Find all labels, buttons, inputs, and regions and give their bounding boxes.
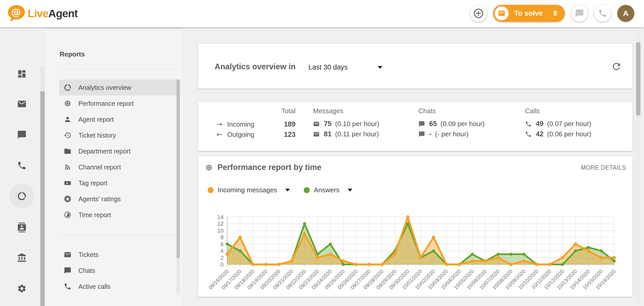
page-scrollbar-thumb[interactable] [636, 42, 640, 116]
mail-icon [64, 251, 71, 259]
page-scrollbar-track[interactable] [636, 30, 641, 305]
sidebar-item-label: Tag report [78, 179, 107, 187]
phone-icon [525, 131, 532, 138]
sidebar-item-agent-report[interactable]: Agent report [59, 111, 177, 127]
sidebar-item-label: Department report [78, 148, 131, 155]
sidebar-item-tag-report[interactable]: Tag report [59, 175, 177, 191]
to-solve-button[interactable]: To solve 8 [493, 5, 565, 22]
phone-icon [17, 161, 27, 170]
svg-text:2: 2 [220, 255, 224, 261]
chats-quick-button[interactable] [571, 5, 588, 22]
logo-wordmark: LiveAgent [28, 7, 78, 20]
date-range-value: Last 30 days [308, 63, 348, 71]
chat-icon [575, 9, 584, 18]
tag-plus-icon [64, 179, 71, 187]
sidebar-item-agents-ratings[interactable]: Agents' ratings [59, 191, 177, 207]
icon-rail [0, 27, 41, 306]
rail-item-calls[interactable] [17, 161, 27, 170]
person-icon [64, 116, 71, 123]
arrow-left-icon: ← [216, 130, 222, 139]
analytics-overview-card: Analytics overview in Last 30 days [198, 44, 633, 89]
stats-value: 81 [324, 130, 332, 138]
sidebar-item-time-report[interactable]: Time report [59, 207, 177, 223]
stats-value: 49 [536, 120, 544, 128]
sidebar-item-tickets[interactable]: Tickets [59, 247, 177, 263]
panel-title: Reports [60, 50, 85, 58]
performance-chart: 0246810121409/16/202009/17/202009/18/202… [198, 156, 633, 297]
gear-icon [17, 284, 27, 293]
rail-item-customers[interactable] [17, 223, 27, 232]
svg-text:6: 6 [220, 241, 224, 247]
arrow-right-icon: → [216, 120, 222, 128]
stats-value: 75 [324, 120, 332, 128]
sidebar-item-label: Tickets [78, 251, 98, 259]
mail-icon [313, 131, 320, 138]
stats-value: 42 [536, 130, 544, 138]
user-avatar[interactable]: A [617, 5, 634, 22]
chat-icon [418, 121, 425, 127]
rail-item-company[interactable] [17, 253, 27, 263]
stats-value: 65 [429, 120, 437, 128]
liveagent-bubble-icon: @ [7, 5, 25, 23]
phone-icon [525, 121, 532, 127]
sidebar-item-ticket-history[interactable]: Ticket history [59, 127, 177, 143]
to-solve-label: To solve [514, 9, 543, 17]
liveagent-logo[interactable]: @ LiveAgent [7, 5, 78, 23]
stats-direction-label: Incoming [227, 120, 254, 128]
date-range-select[interactable]: Last 30 days [308, 62, 383, 73]
rail-item-configuration[interactable] [17, 284, 27, 293]
sidebar-item-label: Performance report [78, 100, 134, 107]
stats-total-value: 123 [270, 131, 296, 139]
rail-item-tickets[interactable] [17, 99, 27, 109]
logo-live: Live [28, 7, 48, 20]
mail-icon [498, 9, 505, 17]
panel-scrollbar-thumb[interactable] [177, 80, 180, 258]
refresh-icon [611, 61, 622, 72]
stats-column-header-total: Total [270, 107, 296, 115]
phone-icon [64, 283, 71, 290]
phone-icon [598, 9, 607, 18]
refresh-icon [611, 61, 622, 72]
add-circle-icon [473, 8, 484, 19]
mail-icon [17, 99, 27, 109]
rail-scrollbar-thumb[interactable] [40, 91, 45, 306]
stats-cell-messages: 81(0.11 per hour) [313, 130, 379, 138]
rail-scrollbar-track[interactable] [40, 66, 45, 306]
sidebar-item-analytics-overview[interactable]: Analytics overview [59, 80, 177, 95]
stats-row-outgoing: ←Outgoing12381(0.11 per hour)-(- per hou… [198, 131, 633, 139]
calls-quick-button[interactable] [594, 5, 611, 22]
mail-icon [313, 121, 320, 127]
add-button[interactable] [470, 5, 487, 22]
data-usage-icon [17, 191, 27, 201]
rail-item-chats[interactable] [17, 130, 27, 140]
totals-card: TotalMessagesChatsCalls→Incoming18975(0.… [198, 102, 633, 151]
sidebar-item-label: Chats [78, 267, 95, 274]
rail-item-dashboard[interactable] [17, 69, 27, 79]
svg-text:10: 10 [217, 227, 224, 234]
rail-item-reports[interactable] [17, 191, 27, 201]
chat-icon [418, 131, 425, 138]
topbar-actions: To solve 8 A [470, 4, 634, 23]
performance-report-card: Performance report by time MORE DETAILS … [198, 156, 633, 297]
sidebar-item-channel-report[interactable]: Channel report [59, 159, 177, 175]
sidebar-item-label: Time report [78, 211, 111, 219]
svg-text:4: 4 [220, 248, 224, 254]
svg-text:14: 14 [217, 214, 224, 220]
stats-row-incoming: →Incoming18975(0.10 per hour)65(0.09 per… [198, 120, 633, 129]
stats-rate: (- per hour) [435, 130, 468, 138]
svg-text:0: 0 [220, 261, 224, 268]
stats-cell-chats: -(- per hour) [418, 130, 468, 138]
stats-value: - [429, 130, 431, 138]
svg-text:12: 12 [217, 221, 224, 227]
logo-agent: Agent [48, 7, 78, 20]
sidebar-item-active-calls[interactable]: Active calls [59, 279, 177, 294]
refresh-button[interactable] [611, 61, 622, 72]
stats-cell-chats: 65(0.09 per hour) [418, 120, 485, 128]
sidebar-item-label: Channel report [78, 164, 121, 171]
panel-scrollbar-track[interactable] [177, 80, 180, 295]
liveagent-app: @ LiveAgent To solve 8 A Reports Analyti… [0, 0, 644, 306]
sidebar-item-performance-report[interactable]: Performance report [59, 95, 177, 111]
chevron-down-icon [378, 66, 382, 69]
sidebar-item-chats[interactable]: Chats [59, 263, 177, 279]
sidebar-item-department-report[interactable]: Department report [59, 143, 177, 159]
